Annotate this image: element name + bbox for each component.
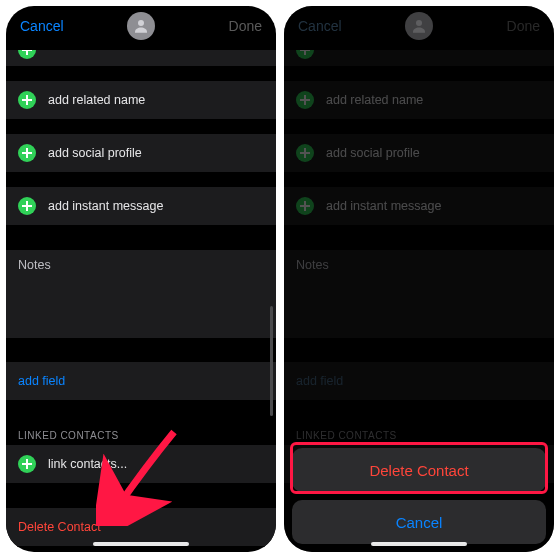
linked-contacts-header: LINKED CONTACTS [284,415,554,445]
svg-point-1 [416,20,422,26]
add-social-profile-row: add social profile [284,134,554,173]
avatar-icon [127,12,155,40]
notes-field[interactable]: Notes [6,250,276,338]
plus-icon [296,91,314,109]
notes-label: Notes [296,258,329,272]
phone-left: Cancel Done add date add related name ad… [6,6,276,552]
sheet-cancel[interactable]: Cancel [292,500,546,544]
plus-icon [296,144,314,162]
row-label: add field [296,374,343,388]
linked-contacts-header: LINKED CONTACTS [6,415,276,445]
add-social-profile-row[interactable]: add social profile [6,134,276,173]
avatar-icon [405,12,433,40]
svg-point-0 [138,20,144,26]
plus-icon [18,50,36,59]
link-contacts-row[interactable]: link contacts... [6,445,276,484]
row-label: add related name [48,93,145,107]
add-field-row[interactable]: add field [6,362,276,401]
row-label: add social profile [48,146,142,160]
phone-right: Cancel Done add date add related name ad… [284,6,554,552]
row-label: add related name [326,93,423,107]
add-field-row: add field [284,362,554,401]
plus-icon [296,197,314,215]
row-label: add social profile [326,146,420,160]
cancel-button[interactable]: Cancel [20,18,64,34]
plus-icon [18,197,36,215]
add-instant-message-row: add instant message [284,187,554,226]
sheet-delete-contact[interactable]: Delete Contact [292,448,546,492]
row-label: add field [18,374,65,388]
row-label: add instant message [326,199,441,213]
row-label: link contacts... [48,457,127,471]
home-indicator [93,542,189,546]
action-sheet: Delete Contact Cancel [292,448,546,544]
plus-icon [18,91,36,109]
plus-icon [18,144,36,162]
add-instant-message-row[interactable]: add instant message [6,187,276,226]
add-date-row[interactable]: add date [6,50,276,67]
nav-bar: Cancel Done [6,6,276,46]
add-related-name-row[interactable]: add related name [6,81,276,120]
row-label: Delete Contact [18,520,101,534]
home-indicator [371,542,467,546]
contact-edit-list: add date add related name add social pro… [6,50,276,552]
add-date-row: add date [284,50,554,67]
add-related-name-row: add related name [284,81,554,120]
nav-bar: Cancel Done [284,6,554,46]
done-button: Done [507,18,540,34]
notes-field: Notes [284,250,554,338]
plus-icon [296,50,314,59]
scroll-indicator [270,306,273,416]
row-label: add instant message [48,199,163,213]
cancel-button: Cancel [298,18,342,34]
notes-label: Notes [18,258,51,272]
plus-icon [18,455,36,473]
done-button[interactable]: Done [229,18,262,34]
